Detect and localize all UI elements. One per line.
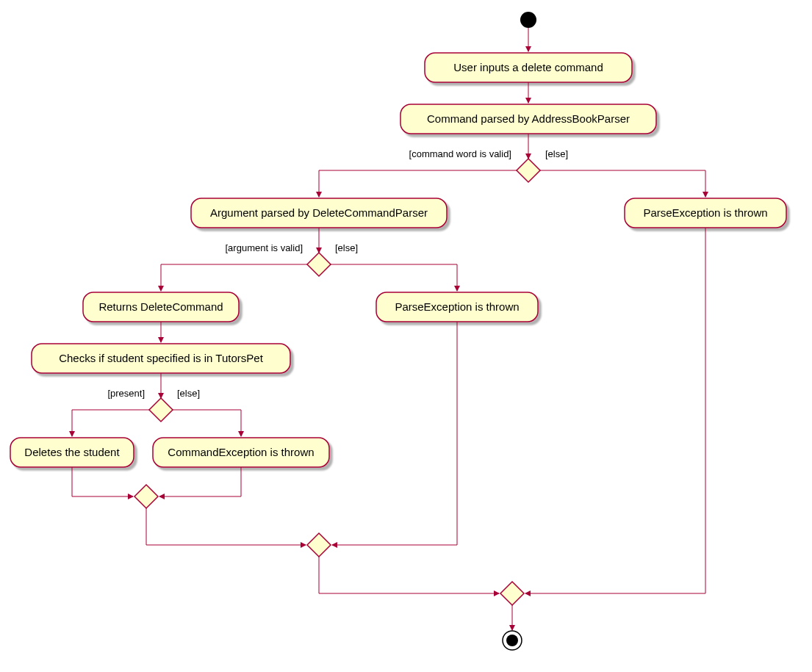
activity-deletes-student-label: Deletes the student: [24, 446, 120, 458]
activity-user-inputs-label: User inputs a delete command: [453, 61, 603, 73]
activity-parsed-deleteparser-label: Argument parsed by DeleteCommandParser: [210, 206, 428, 219]
guard-d2-right: [else]: [335, 242, 358, 253]
initial-node: [520, 12, 536, 28]
activity-parsed-addressbook-label: Command parsed by AddressBookParser: [427, 112, 630, 125]
decision-present: [149, 398, 173, 422]
decision-argument: [307, 253, 331, 276]
final-node-inner: [506, 635, 518, 646]
activity-check-student-label: Checks if student specified is in Tutors…: [59, 352, 263, 364]
merge-3: [134, 485, 158, 508]
activity-parseexception-2-label: ParseException is thrown: [395, 300, 519, 313]
guard-d3-left: [present]: [107, 388, 145, 399]
activity-returns-deletecmd-label: Returns DeleteCommand: [98, 300, 223, 313]
guard-d3-right: [else]: [177, 388, 200, 399]
guard-d1-right: [else]: [545, 148, 568, 159]
activity-parseexception-1-label: ParseException is thrown: [643, 206, 767, 219]
activity-diagram: User inputs a delete command Command par…: [0, 0, 812, 672]
activity-commandexception-label: CommandException is thrown: [168, 446, 314, 458]
guard-d2-left: [argument is valid]: [226, 242, 303, 253]
decision-command-word: [517, 159, 540, 182]
guard-d1-left: [command word is valid]: [409, 148, 511, 159]
merge-1: [500, 582, 524, 605]
merge-2: [307, 533, 331, 557]
